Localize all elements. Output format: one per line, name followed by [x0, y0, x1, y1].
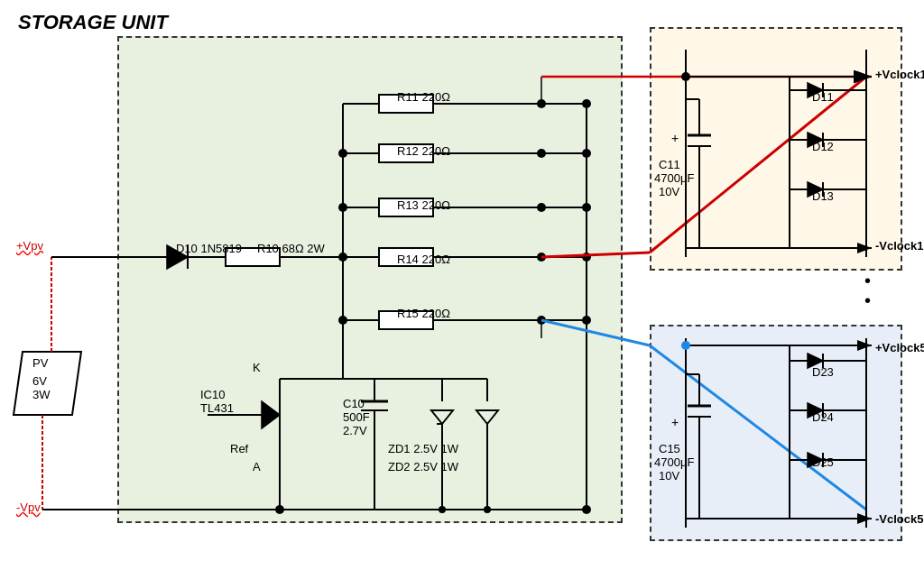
c11-v: 10V [659, 185, 679, 198]
ref-label: Ref [230, 442, 248, 455]
vclock5-neg: -Vclock5 [875, 512, 923, 526]
svg-point-137 [681, 341, 690, 350]
c15-label: C15 [659, 442, 680, 455]
svg-line-80 [541, 253, 650, 257]
r15-label: R15 220Ω [397, 307, 450, 320]
c15-v: 10V [659, 469, 679, 483]
svg-marker-61 [431, 410, 453, 424]
r11-label: R11 220Ω [397, 90, 450, 104]
c11-plus: + [671, 131, 679, 145]
d24-label: D24 [812, 410, 834, 424]
c10-label: C10 [343, 397, 365, 410]
c10-val: 500F [343, 410, 370, 424]
c11-label: C11 [659, 158, 680, 171]
svg-point-30 [537, 203, 546, 212]
c11-val: 4700µF [654, 171, 694, 185]
a-label: A [253, 460, 261, 473]
circuit-svg [0, 0, 924, 570]
r14-label: R14 220Ω [397, 253, 450, 266]
tl431-label: TL431 [200, 401, 234, 415]
dots-1: • [864, 271, 871, 291]
dots-2: • [864, 290, 871, 311]
ic10-label: IC10 [200, 388, 225, 401]
d23-label: D23 [812, 365, 834, 379]
svg-marker-67 [476, 410, 498, 424]
vpv-pos-label: +Vpv [16, 239, 43, 253]
zd1-label: ZD1 2.5V 1W [388, 442, 458, 455]
vclock5-pos: +Vclock5 [875, 341, 924, 354]
vclock1-pos: +Vclock1 [875, 68, 924, 81]
c10-v: 2.7V [343, 424, 367, 437]
svg-line-83 [650, 345, 866, 510]
vpv-neg-label: -Vpv [16, 501, 41, 514]
diagram-container: STORAGE UNIT FILTER UNIT1 FILTER UNIT5 +… [0, 0, 924, 570]
d12-label: D12 [812, 140, 834, 153]
pv-label: PV [32, 356, 48, 370]
c15-val: 4700µF [654, 455, 694, 469]
svg-point-24 [537, 149, 546, 158]
svg-point-27 [338, 203, 347, 212]
vclock1-neg: -Vclock1 [875, 239, 923, 253]
r13-label: R13 220Ω [397, 198, 450, 212]
r12-label: R12 220Ω [397, 144, 450, 158]
pv-6v: 6V [32, 374, 47, 388]
svg-line-81 [650, 77, 866, 253]
c15-plus: + [671, 415, 679, 429]
svg-point-21 [338, 149, 347, 158]
d13-label: D13 [812, 189, 834, 203]
d11-label: D11 [812, 90, 834, 104]
zd2-label: ZD2 2.5V 1W [388, 460, 458, 473]
d10-label: D10 1N5819 [176, 242, 242, 255]
pv-3w: 3W [32, 388, 51, 401]
svg-point-54 [275, 505, 284, 514]
svg-line-82 [541, 320, 650, 345]
svg-point-138 [681, 72, 690, 81]
k-label: K [253, 361, 261, 374]
d25-label: D25 [812, 455, 834, 469]
svg-marker-48 [262, 401, 280, 428]
r10-label: R10 68Ω 2W [257, 242, 325, 255]
